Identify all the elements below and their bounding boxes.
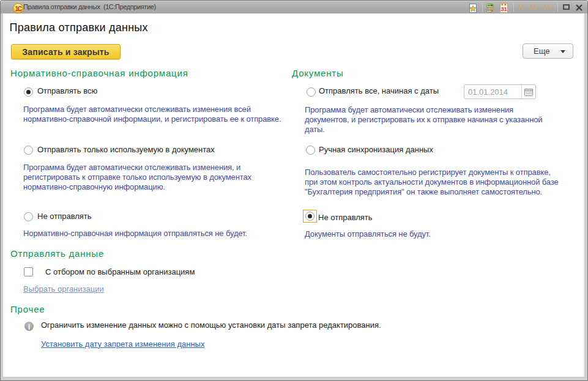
svg-text:31: 31 xyxy=(501,6,507,12)
